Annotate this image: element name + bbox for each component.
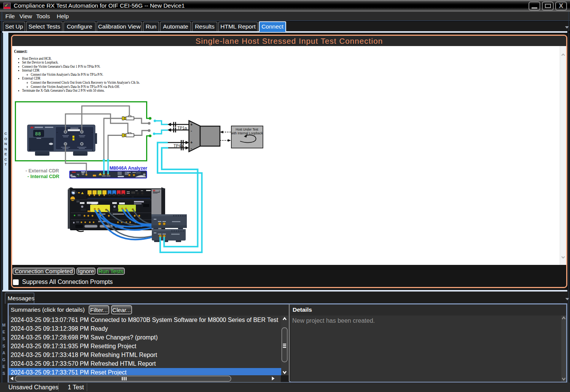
- svg-text:TP4a: TP4a: [174, 143, 183, 148]
- svg-text:- External CDR: - External CDR: [25, 168, 59, 174]
- svg-text:M8046A Analyzer: M8046A Analyzer: [110, 166, 148, 171]
- svg-text:- Internal CDR: - Internal CDR: [27, 174, 59, 179]
- svg-text:-: -: [191, 146, 192, 150]
- svg-text:88: 88: [35, 131, 41, 137]
- svg-text:+: +: [190, 140, 193, 145]
- svg-text:+: +: [190, 122, 193, 127]
- svg-text:-: -: [191, 128, 192, 133]
- svg-text:TP1a: TP1a: [177, 126, 187, 130]
- svg-text:Host Under Test: Host Under Test: [236, 127, 258, 131]
